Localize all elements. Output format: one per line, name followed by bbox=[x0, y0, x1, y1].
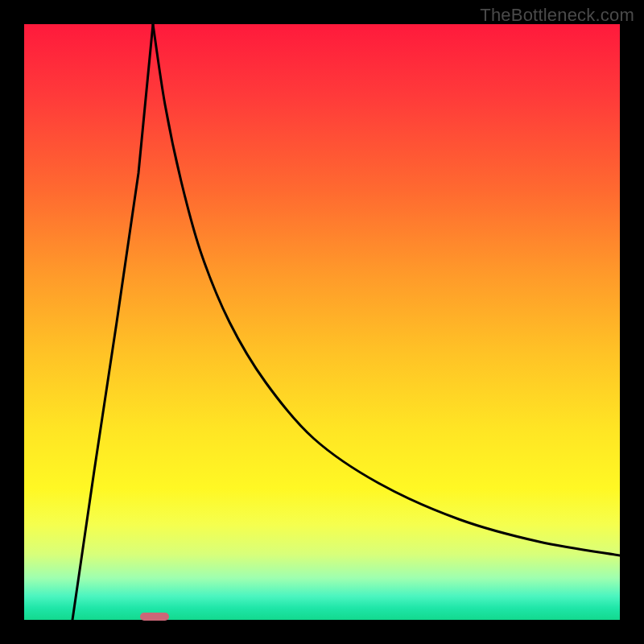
attribution-text: TheBottleneck.com bbox=[480, 5, 634, 26]
curve-right-branch bbox=[153, 24, 620, 555]
chart-frame: TheBottleneck.com bbox=[0, 0, 644, 644]
curve-left-branch bbox=[72, 24, 153, 620]
curve-layer bbox=[24, 24, 620, 620]
plot-area bbox=[24, 24, 620, 620]
vertex-marker bbox=[140, 613, 169, 621]
